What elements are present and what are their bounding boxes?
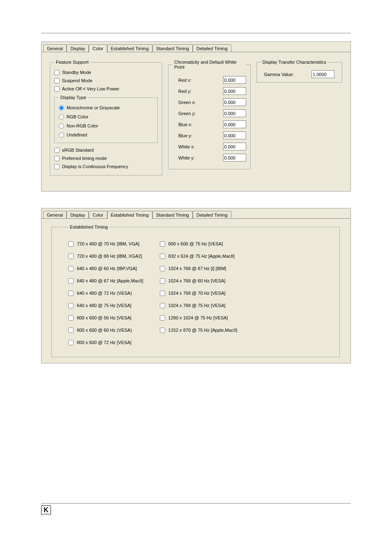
mono-label: Monochrome or Grayscale	[67, 105, 120, 110]
et-l5-checkbox[interactable]	[68, 303, 74, 308]
et-r5-checkbox[interactable]	[160, 303, 165, 308]
preferred-checkbox[interactable]	[54, 156, 60, 161]
suspend-row: Suspend Mode	[54, 77, 158, 84]
et-l8-label: 800 x 600 @ 72 Hz [VESA]	[77, 340, 131, 345]
tab2-display[interactable]: Display	[67, 211, 89, 219]
standby-label: Standby Mode	[62, 70, 91, 75]
tab-standard[interactable]: Standard Timing	[152, 44, 193, 52]
tab-established[interactable]: Established Timing	[107, 44, 152, 52]
et-l6-checkbox[interactable]	[68, 315, 74, 321]
et-right-col: 800 x 600 @ 75 Hz [VESA] 832 x 624 @ 75 …	[160, 238, 238, 349]
redx-label: Red x:	[178, 78, 203, 83]
et-l0-checkbox[interactable]	[68, 241, 74, 247]
tabstrip-2: General Display Color Established Timing…	[42, 208, 350, 218]
mono-radio[interactable]	[59, 105, 64, 111]
greenx-input[interactable]	[223, 98, 246, 106]
bluey-input[interactable]	[223, 132, 246, 139]
bluex-label: Blue x:	[178, 122, 203, 127]
tab-general[interactable]: General	[43, 44, 67, 52]
tab2-standard[interactable]: Standard Timing	[152, 211, 193, 219]
tab-detailed[interactable]: Detailed Timing	[193, 44, 231, 52]
et-r6-checkbox[interactable]	[160, 315, 165, 321]
et-l5-label: 640 x 480 @ 75 Hz [VESA]	[77, 303, 131, 308]
whitey-label: White y:	[178, 155, 203, 160]
et-r5-label: 1024 x 768 @ 75 Hz [VESA]	[168, 303, 226, 308]
chromaticity-legend: Chromaticity and Default White Point	[173, 60, 246, 69]
nonrgb-label: Non-RGB Color	[67, 123, 98, 128]
tabstrip: General Display Color Established Timing…	[42, 42, 350, 52]
tab2-general[interactable]: General	[43, 211, 67, 219]
whitey-input[interactable]	[223, 154, 246, 162]
tab2-established[interactable]: Established Timing	[107, 211, 152, 219]
tab-body-established: Established Timing 720 x 400 @ 70 Hz [IB…	[42, 218, 350, 363]
bluex-input[interactable]	[223, 120, 246, 128]
redy-label: Red y:	[178, 89, 203, 94]
rgb-radio[interactable]	[59, 114, 64, 120]
activeoff-checkbox[interactable]	[54, 86, 60, 92]
greeny-input[interactable]	[223, 109, 246, 117]
et-r2-label: 1024 x 768 @ 87 Hz [i] [IBM]	[168, 266, 226, 271]
et-left-col: 720 x 400 @ 70 Hz [IBM, VGA] 720 x 400 @…	[68, 238, 143, 349]
feature-support-legend: Feature Support	[54, 60, 90, 65]
srgb-label: sRGB Standard	[62, 148, 94, 153]
suspend-checkbox[interactable]	[54, 78, 60, 83]
et-r1-checkbox[interactable]	[160, 254, 165, 259]
standby-checkbox[interactable]	[54, 70, 60, 75]
et-r4-checkbox[interactable]	[160, 291, 165, 296]
continuous-checkbox[interactable]	[54, 164, 60, 169]
greeny-label: Green y:	[178, 111, 203, 116]
established-tab-panel: General Display Color Established Timing…	[41, 208, 351, 363]
et-r7-label: 1152 x 870 @ 75 Hz [Apple,MacII]	[168, 328, 238, 333]
et-l3-label: 640 x 480 @ 67 Hz [Apple,MacII]	[77, 278, 143, 283]
et-l7-checkbox[interactable]	[68, 328, 74, 333]
preferred-label: Preferred timing mode	[62, 156, 107, 161]
dtc-legend: Display Transfer Characteristics	[261, 60, 328, 65]
et-l4-checkbox[interactable]	[68, 291, 74, 296]
suspend-label: Suspend Mode	[62, 78, 92, 83]
dtc-group: Display Transfer Characteristics Gamma V…	[256, 60, 342, 83]
et-l1-label: 720 x 400 @ 88 Hz [IBM, XGA2]	[77, 254, 142, 259]
et-r3-checkbox[interactable]	[160, 278, 165, 284]
et-r6-label: 1280 x 1024 @ 75 Hz [VESA]	[168, 315, 228, 320]
continuous-label: Display is Continuous Frequency	[62, 164, 128, 169]
standby-row: Standby Mode	[54, 69, 158, 76]
et-l2-checkbox[interactable]	[68, 266, 74, 271]
et-r0-checkbox[interactable]	[160, 241, 165, 247]
et-l1-checkbox[interactable]	[68, 254, 74, 259]
kramer-logo-icon: K KRAMER	[41, 505, 51, 515]
srgb-checkbox[interactable]	[54, 148, 60, 153]
et-r4-label: 1024 x 768 @ 70 Hz [VESA]	[168, 291, 226, 296]
et-r7-checkbox[interactable]	[160, 328, 165, 333]
display-type-group: Display Type Monochrome or Grayscale RGB…	[54, 95, 158, 143]
activeoff-row: Active Off = Very Low Power	[54, 85, 158, 92]
undefined-label: Undefined	[67, 132, 87, 137]
et-l4-label: 640 x 480 @ 72 Hz (VESA)	[77, 291, 132, 296]
et-l8-checkbox[interactable]	[68, 340, 74, 345]
et-r3-label: 1024 x 768 @ 60 Hz [VESA]	[168, 278, 226, 283]
et-r1-label: 832 x 624 @ 75 Hz [Apple,MacII]	[168, 254, 235, 259]
established-timing-legend: Established Timing	[68, 224, 109, 229]
tab-body-color: Feature Support Standby Mode Suspend Mod…	[42, 52, 350, 191]
tab-color[interactable]: Color	[89, 44, 107, 53]
nonrgb-radio[interactable]	[59, 123, 64, 129]
greenx-label: Green x:	[178, 100, 203, 105]
whitex-label: White x:	[178, 144, 203, 149]
footer: K KRAMER	[41, 503, 351, 515]
activeoff-label: Active Off = Very Low Power	[62, 86, 120, 91]
feature-support-group: Feature Support Standby Mode Suspend Mod…	[50, 60, 162, 176]
tab2-color[interactable]: Color	[89, 211, 107, 219]
display-type-legend: Display Type	[59, 95, 88, 100]
redx-input[interactable]	[223, 76, 246, 84]
redy-input[interactable]	[223, 87, 246, 95]
et-l3-checkbox[interactable]	[68, 278, 74, 284]
color-tab-panel: General Display Color Established Timing…	[41, 42, 351, 192]
tab-display[interactable]: Display	[67, 44, 89, 52]
et-r2-checkbox[interactable]	[160, 266, 165, 271]
gamma-input[interactable]	[311, 70, 334, 78]
whitex-input[interactable]	[223, 143, 246, 150]
rgb-label: RGB Color	[67, 114, 88, 119]
et-l6-label: 800 x 600 @ 56 Hz [VESA]	[77, 315, 131, 320]
chromaticity-group: Chromaticity and Default White Point Red…	[168, 60, 251, 169]
undefined-radio[interactable]	[59, 132, 64, 138]
tab2-detailed[interactable]: Detailed Timing	[193, 211, 231, 219]
